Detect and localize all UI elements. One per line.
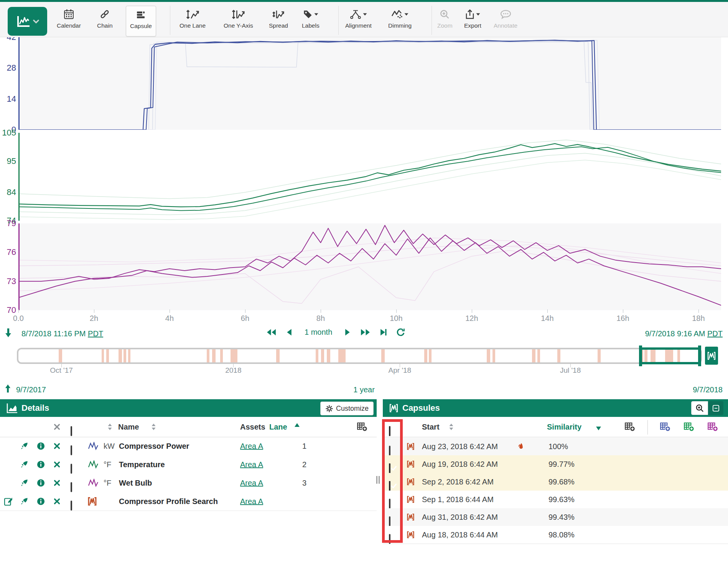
- remove-item-button[interactable]: [54, 443, 60, 450]
- spread-button[interactable]: Spread: [269, 7, 288, 35]
- signal-name[interactable]: Compressor Power: [119, 442, 189, 451]
- capsule-row[interactable]: Aug 18, 2018 6:44 AM 98.08%: [383, 526, 728, 544]
- table-row-compressor-power[interactable]: kW Compressor Power Area A 1: [0, 437, 377, 456]
- select-all-signals-checkbox[interactable]: [71, 426, 72, 436]
- panel-resize-handle[interactable]: [376, 476, 381, 484]
- investigate-range-end[interactable]: 9/7/2018: [693, 385, 723, 394]
- timezone-link[interactable]: PDT: [88, 329, 103, 338]
- step-forward-button[interactable]: [344, 328, 351, 336]
- item-info-button[interactable]: [37, 442, 45, 450]
- row-checkbox[interactable]: [71, 501, 72, 511]
- step-size-label[interactable]: 1 month: [301, 328, 335, 337]
- customize-button[interactable]: Customize: [320, 402, 374, 415]
- capsule-checkbox[interactable]: [389, 499, 390, 509]
- remove-all-icon[interactable]: [54, 424, 60, 430]
- remove-item-button[interactable]: [54, 461, 60, 468]
- capsule-row[interactable]: Aug 23, 2018 6:42 AM 100%: [383, 438, 728, 456]
- labels-button[interactable]: Labels: [302, 7, 320, 35]
- sort-icon[interactable]: [151, 423, 156, 431]
- row-checkbox[interactable]: [71, 445, 72, 455]
- item-info-button[interactable]: [37, 479, 45, 487]
- row-checkbox[interactable]: [71, 482, 72, 492]
- display-range-start[interactable]: 8/7/2018 11:16 PM PDT: [21, 329, 103, 338]
- jump-to-end-button[interactable]: [380, 328, 387, 336]
- investigate-rocket-button[interactable]: [20, 479, 28, 487]
- chart-lane-compressor-power[interactable]: [18, 37, 721, 130]
- remove-item-button[interactable]: [54, 498, 60, 505]
- zoom-button: Zoom: [437, 7, 453, 35]
- capsule-start: Aug 18, 2018 6:44 AM: [422, 531, 498, 539]
- capsule-row[interactable]: Sep 1, 2018 6:44 AM 99.63%: [383, 491, 728, 509]
- add-stat-column-wet-bulb-button[interactable]: [707, 422, 718, 432]
- timeline-axis-label: 2018: [212, 366, 254, 375]
- investigate-range-duration[interactable]: 1 year: [0, 385, 728, 394]
- table-row-temperature[interactable]: °F Temperature Area A 2: [0, 455, 377, 474]
- capsule-checkbox[interactable]: [389, 446, 390, 456]
- edit-condition-button[interactable]: [4, 497, 13, 506]
- column-header-lane[interactable]: Lane: [269, 423, 287, 431]
- capsule-row[interactable]: Sep 2, 2018 6:42 AM 99.68%: [383, 473, 728, 491]
- chart-lane-temperature[interactable]: [18, 133, 721, 221]
- investigate-rocket-button[interactable]: [20, 497, 28, 506]
- investigate-rocket-button[interactable]: [20, 442, 28, 450]
- row-checkbox[interactable]: [71, 464, 72, 474]
- asset-link[interactable]: Area A: [240, 442, 263, 451]
- signal-name[interactable]: Wet Bulb: [119, 479, 152, 488]
- timeline-bar[interactable]: [17, 348, 702, 364]
- capsule-stripe: [327, 349, 330, 362]
- alignment-button[interactable]: Alignment: [345, 7, 372, 35]
- step-backward-button[interactable]: [286, 328, 292, 336]
- one-y-axis-button[interactable]: One Y-Axis: [224, 7, 253, 35]
- table-row-wet-bulb[interactable]: °F Wet Bulb Area A 3: [0, 474, 377, 493]
- chart-lane-wet-bulb[interactable]: [18, 223, 721, 310]
- select-all-capsules-checkbox[interactable]: [389, 426, 390, 436]
- column-header-similarity[interactable]: Similarity: [547, 423, 581, 431]
- signal-name[interactable]: Temperature: [119, 460, 165, 469]
- asset-link[interactable]: Area A: [240, 497, 263, 506]
- fast-forward-button[interactable]: [360, 328, 371, 336]
- table-row-compressor-profile-search[interactable]: Compressor Profile Search Area A: [0, 492, 377, 511]
- timeline-capsule-button[interactable]: [705, 347, 718, 365]
- refresh-button[interactable]: [396, 328, 405, 337]
- sort-icon[interactable]: [449, 423, 454, 431]
- one-lane-button[interactable]: One Lane: [180, 7, 206, 35]
- column-header-name[interactable]: Name: [118, 423, 139, 431]
- asset-link[interactable]: Area A: [240, 460, 263, 469]
- capsule-checkbox[interactable]: [389, 534, 390, 544]
- capsule-row[interactable]: Aug 19, 2018 6:42 AM 99.77%: [383, 455, 728, 473]
- capsule-checkbox[interactable]: [389, 516, 390, 526]
- capsule-time-button[interactable]: Capsule: [126, 6, 156, 36]
- column-header-start[interactable]: Start: [422, 423, 440, 431]
- sort-icon[interactable]: [107, 423, 112, 431]
- capsule-row[interactable]: Aug 31, 2018 6:42 AM 99.43%: [383, 508, 728, 526]
- add-stat-column-temperature-button[interactable]: [684, 422, 695, 432]
- chain-button[interactable]: Chain: [97, 7, 113, 35]
- calendar-button[interactable]: Calendar: [57, 7, 81, 35]
- add-stat-column-power-button[interactable]: [660, 422, 671, 432]
- worksheet-view-selector[interactable]: [8, 7, 47, 36]
- display-range-end[interactable]: 9/7/2018 9:16 AM PDT: [645, 329, 723, 338]
- collapse-panel-button[interactable]: [708, 401, 723, 415]
- add-column-button[interactable]: [624, 422, 636, 432]
- timeline-selection[interactable]: [639, 345, 702, 366]
- add-column-button[interactable]: [357, 422, 368, 432]
- item-info-button[interactable]: [37, 498, 45, 506]
- capsule-stripe: [598, 349, 601, 362]
- dimming-button[interactable]: Dimming: [388, 7, 412, 35]
- fast-backward-button[interactable]: [266, 328, 277, 336]
- column-header-assets[interactable]: Assets: [240, 423, 265, 431]
- capsule-checkbox[interactable]: [389, 481, 390, 491]
- item-info-button[interactable]: [37, 461, 45, 469]
- y-axis-line: [18, 37, 20, 130]
- export-button[interactable]: Export: [464, 7, 481, 35]
- investigate-rocket-button[interactable]: [20, 460, 28, 469]
- zoom-to-capsule-button[interactable]: [691, 401, 708, 415]
- capsule-checkbox[interactable]: [389, 463, 390, 473]
- timezone-link[interactable]: PDT: [707, 329, 723, 338]
- condition-name[interactable]: Compressor Profile Search: [119, 497, 218, 506]
- capsule-similarity: 99.77%: [548, 460, 575, 469]
- y-tick-label: 105: [0, 128, 16, 138]
- x-tick-mark: [170, 309, 170, 313]
- asset-link[interactable]: Area A: [240, 479, 263, 488]
- remove-item-button[interactable]: [54, 480, 60, 486]
